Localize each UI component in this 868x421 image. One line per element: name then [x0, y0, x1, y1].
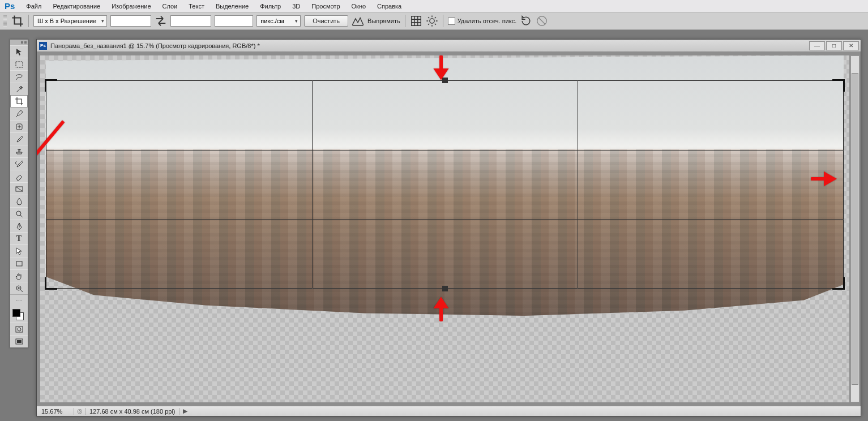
menu-file[interactable]: Файл	[20, 0, 47, 12]
window-maximize-button[interactable]: □	[826, 41, 842, 50]
svg-point-0	[430, 19, 434, 23]
status-icon[interactable]: ◎	[74, 407, 85, 415]
eraser-tool[interactable]	[10, 170, 28, 182]
crop-height-input[interactable]	[170, 15, 211, 27]
document-titlebar[interactable]: Ps Панорама_без_названия1 @ 15.7% (Просм…	[37, 40, 861, 52]
canvas-area[interactable]	[37, 52, 861, 406]
type-tool[interactable]: T	[10, 232, 28, 244]
scrollbar-thumb[interactable]	[852, 73, 858, 385]
menu-text[interactable]: Текст	[183, 0, 210, 12]
window-close-button[interactable]: ✕	[843, 41, 859, 50]
hand-tool[interactable]	[10, 269, 28, 282]
straighten-icon[interactable]	[352, 15, 364, 27]
tools-panel: T ⋯	[10, 39, 28, 348]
menu-layers[interactable]: Слои	[157, 0, 183, 12]
crop-resolution-input[interactable]	[215, 15, 253, 27]
annotation-arrow-down-icon	[433, 55, 449, 84]
menu-select[interactable]: Выделение	[210, 0, 254, 12]
options-bar: Ш x В x Разрешение пикс./см Очистить Вып…	[0, 12, 868, 30]
vertical-scrollbar[interactable]	[850, 55, 860, 402]
menu-image[interactable]: Изображение	[106, 0, 156, 12]
svg-rect-11	[17, 340, 22, 343]
options-grip[interactable]	[3, 15, 7, 27]
delete-cropped-checkbox[interactable]: Удалить отсеч. пикс.	[448, 18, 517, 25]
svg-point-9	[18, 328, 21, 331]
crop-border[interactable]	[46, 80, 844, 289]
path-selection-tool[interactable]	[10, 244, 28, 257]
clone-stamp-tool[interactable]	[10, 145, 28, 157]
pen-tool[interactable]	[10, 220, 28, 232]
menu-edit[interactable]: Редактирование	[47, 0, 106, 12]
crop-overlay-icon[interactable]	[410, 15, 422, 27]
zoom-tool[interactable]	[10, 282, 28, 294]
status-bar: 15.67% ◎ 127.68 см x 40.98 см (180 ppi) …	[37, 406, 861, 416]
annotation-arrow-right-icon	[811, 171, 838, 188]
foreground-color-swatch[interactable]	[12, 309, 20, 317]
crop-grid-line	[46, 219, 844, 220]
document-icon: Ps	[39, 42, 47, 50]
reset-crop-icon[interactable]	[520, 15, 532, 27]
document-window: Ps Панорама_без_названия1 @ 15.7% (Просм…	[36, 39, 861, 416]
history-brush-tool[interactable]	[10, 157, 28, 170]
crop-corner-top-right[interactable]	[832, 79, 845, 92]
zoom-level[interactable]: 15.67%	[37, 408, 74, 415]
window-minimize-button[interactable]: —	[809, 41, 825, 50]
edit-toolbar[interactable]: ⋯	[10, 294, 28, 307]
magic-wand-tool[interactable]	[10, 83, 28, 95]
status-menu-icon[interactable]: ▶	[179, 407, 191, 415]
svg-rect-6	[16, 261, 22, 266]
gradient-tool[interactable]	[10, 182, 28, 195]
menu-bar: Ps Файл Редактирование Изображение Слои …	[0, 0, 868, 12]
app-logo: Ps	[0, 1, 20, 11]
clear-button[interactable]: Очистить	[304, 15, 348, 27]
crop-settings-icon[interactable]	[426, 15, 438, 27]
screen-mode-toggle[interactable]	[10, 335, 28, 347]
document-dimensions[interactable]: 127.68 см x 40.98 см (180 ppi)	[85, 408, 179, 415]
document-title: Панорама_без_названия1 @ 15.7% (Просмотр…	[50, 42, 260, 49]
crop-handle-bottom[interactable]	[442, 286, 448, 291]
crop-corner-bottom-left[interactable]	[45, 277, 57, 290]
svg-point-5	[16, 211, 21, 216]
ratio-preset-select[interactable]: Ш x В x Разрешение	[33, 15, 107, 27]
move-tool[interactable]	[10, 45, 28, 58]
healing-brush-tool[interactable]	[10, 120, 28, 132]
crop-grid-line	[578, 80, 578, 289]
crop-corner-top-left[interactable]	[45, 79, 57, 92]
annotation-arrow-up-icon	[433, 294, 449, 323]
dodge-tool[interactable]	[10, 207, 28, 220]
crop-grid-line	[46, 150, 844, 151]
color-swatches[interactable]	[10, 307, 28, 323]
marquee-tool[interactable]	[10, 58, 28, 70]
quick-mask-toggle[interactable]	[10, 323, 28, 335]
menu-window[interactable]: Окно	[346, 0, 372, 12]
eyedropper-tool[interactable]	[10, 108, 28, 120]
crop-width-input[interactable]	[110, 15, 151, 27]
brush-tool[interactable]	[10, 132, 28, 145]
crop-overlay[interactable]	[46, 80, 844, 289]
svg-rect-2	[16, 62, 23, 67]
crop-tool[interactable]	[10, 95, 28, 108]
tools-panel-header[interactable]	[10, 40, 28, 45]
menu-help[interactable]: Справка	[371, 0, 407, 12]
shape-tool[interactable]	[10, 257, 28, 269]
swap-dimensions-icon[interactable]	[155, 15, 167, 27]
menu-filter[interactable]: Фильтр	[254, 0, 287, 12]
lasso-tool[interactable]	[10, 70, 28, 83]
menu-3d[interactable]: 3D	[287, 0, 306, 12]
resolution-units-select[interactable]: пикс./см	[256, 15, 301, 27]
straighten-label[interactable]: Выпрямить	[367, 18, 400, 24]
menu-view[interactable]: Просмотр	[306, 0, 345, 12]
crop-grid-line	[312, 80, 313, 289]
delete-cropped-label: Удалить отсеч. пикс.	[457, 18, 517, 24]
crop-tool-icon[interactable]	[11, 15, 24, 27]
blur-tool[interactable]	[10, 195, 28, 207]
crop-corner-bottom-right[interactable]	[832, 277, 845, 290]
cancel-crop-icon[interactable]	[536, 15, 548, 27]
